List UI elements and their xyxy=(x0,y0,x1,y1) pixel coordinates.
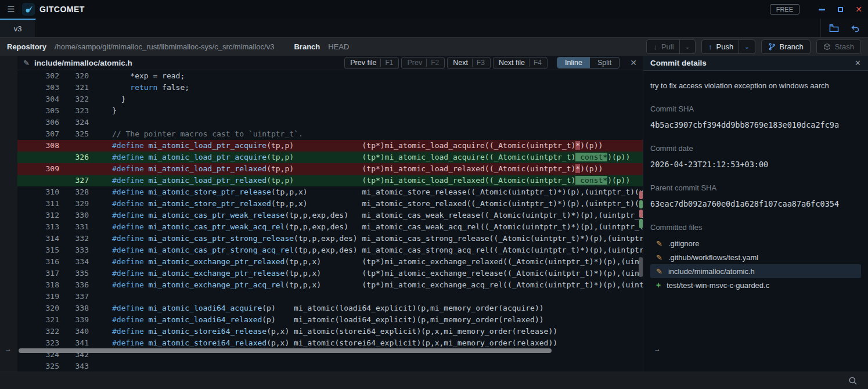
committed-file-name: .gitignore xyxy=(668,239,699,248)
diff-row: 307325// The pointer macros cast to `uin… xyxy=(17,128,643,140)
code-line: #define mi_atomic_storei64_release(p,x) … xyxy=(89,326,557,337)
new-line-number: 320 xyxy=(59,70,89,82)
diff-nav-prev-file-button[interactable]: Prev fileF1 xyxy=(344,57,399,69)
plan-badge[interactable]: FREE xyxy=(770,4,799,15)
diff-row: 323341#define mi_atomic_storei64_relaxed… xyxy=(17,337,643,349)
diff-vertical-scroll-strip[interactable] xyxy=(639,70,643,372)
code-line: return false; xyxy=(89,82,189,93)
pull-dropdown-chevron-icon[interactable]: ⌄ xyxy=(679,40,695,53)
new-line-number: 326 xyxy=(59,152,89,163)
nav-label: Next xyxy=(453,59,468,67)
old-line-number: 314 xyxy=(17,233,59,244)
code-line: #define mi_atomic_load_ptr_relaxed(tp,p)… xyxy=(89,163,603,175)
new-line-number: 330 xyxy=(59,210,89,221)
diff-nav-next-button[interactable]: NextF3 xyxy=(447,57,491,69)
new-line-number: 327 xyxy=(59,175,89,186)
old-line-number: 325 xyxy=(17,361,59,372)
pull-button[interactable]: ↓ Pull ⌄ xyxy=(646,39,696,54)
committed-file-row[interactable]: ✎.github/workflows/test.yaml xyxy=(650,250,861,264)
committed-file-row[interactable]: ✎include/mimalloc/atomic.h xyxy=(650,264,861,278)
pencil-icon: ✎ xyxy=(656,267,662,276)
diff-row: 303321 return false; xyxy=(17,82,643,93)
stash-button[interactable]: Stash xyxy=(816,39,861,54)
diff-row: 304322 } xyxy=(17,93,643,105)
nav-shortcut-key: F3 xyxy=(472,59,485,67)
new-line-number: 343 xyxy=(59,361,89,372)
close-commit-panel-icon[interactable]: ✕ xyxy=(855,59,861,67)
diff-row: 305323} xyxy=(17,105,643,117)
view-split-option[interactable]: Split xyxy=(590,57,619,68)
new-line-number: 338 xyxy=(59,302,89,314)
new-line-number: 337 xyxy=(59,291,89,302)
tab-bar: v3 xyxy=(0,19,868,37)
close-diff-icon[interactable]: ✕ xyxy=(630,58,637,67)
committed-file-row[interactable]: +test/test-win-msvc-c-guarded.c xyxy=(650,278,861,292)
diff-row: 311329#define mi_atomic_store_ptr_relaxe… xyxy=(17,198,643,210)
nav-shortcut-key: F4 xyxy=(529,59,542,67)
old-line-number: 311 xyxy=(17,198,59,210)
new-line-number: 325 xyxy=(59,128,89,140)
commit-field-label: Commit date xyxy=(650,144,861,153)
branch-value: HEAD xyxy=(328,42,349,51)
pencil-icon: ✎ xyxy=(656,239,662,248)
diff-row: 314332#define mi_atomic_cas_ptr_strong_r… xyxy=(17,233,643,244)
old-line-number: 313 xyxy=(17,221,59,233)
diff-nav-next-file-button[interactable]: Next fileF4 xyxy=(493,57,548,69)
code-line xyxy=(89,361,112,372)
branch-label: Branch xyxy=(294,42,320,51)
diff-content: 302320 *exp = read;303321 return false;3… xyxy=(17,70,643,372)
app-title: GITCOMET xyxy=(39,5,85,14)
code-line: // The pointer macros cast to `uintptr_t… xyxy=(89,128,303,140)
new-line-number: 341 xyxy=(59,337,89,349)
new-line-number: 340 xyxy=(59,326,89,337)
maximize-button[interactable] xyxy=(831,0,849,19)
diff-row: 313331#define mi_atomic_cas_ptr_weak_acq… xyxy=(17,221,643,233)
old-line-number: 322 xyxy=(17,326,59,337)
open-folder-icon[interactable] xyxy=(829,24,839,33)
code-line: #define mi_atomic_storei64_relaxed(p,x) … xyxy=(89,337,557,349)
status-bar xyxy=(0,372,868,389)
old-line-number: 303 xyxy=(17,82,59,93)
old-line-number: 323 xyxy=(17,337,59,349)
hamburger-menu-icon[interactable]: ☰ xyxy=(0,4,22,15)
tab-v3[interactable]: v3 xyxy=(0,19,36,37)
diff-row: 320338#define mi_atomic_loadi64_acquire(… xyxy=(17,302,643,314)
diff-row: 306324 xyxy=(17,117,643,128)
diff-panel: ✎ include/mimalloc/atomic.h Prev fileF1P… xyxy=(17,56,643,372)
repository-path: /home/sampo/git/mimalloc_rust/libmimallo… xyxy=(55,42,275,51)
new-line-number: 322 xyxy=(59,93,89,105)
push-dropdown-chevron-icon[interactable]: ⌄ xyxy=(739,40,754,53)
commit-field-value: 63eac7db092a760e0d1a628f107caa87a6fc0354 xyxy=(650,199,861,208)
new-line-number: 336 xyxy=(59,279,89,291)
code-line: #define mi_atomic_loadi64_acquire(p) mi_… xyxy=(89,302,544,314)
repository-label: Repository xyxy=(7,42,46,51)
nav-label: Prev xyxy=(407,59,422,67)
branch-button[interactable]: Branch xyxy=(761,39,811,54)
diff-row: 322340#define mi_atomic_storei64_release… xyxy=(17,326,643,337)
commit-field-value: 2026-04-23T21:12:53+03:00 xyxy=(650,160,861,169)
git-branch-icon xyxy=(768,43,776,51)
horizontal-scrollbar-thumb[interactable] xyxy=(19,348,552,353)
code-line: #define mi_atomic_cas_ptr_strong_release… xyxy=(89,233,643,244)
diff-row: 327#define mi_atomic_load_ptr_relaxed(tp… xyxy=(17,175,643,186)
old-line-number: 305 xyxy=(17,105,59,117)
new-line-number: 329 xyxy=(59,198,89,210)
nav-shortcut-key: F1 xyxy=(380,59,393,67)
minimize-button[interactable] xyxy=(812,0,831,19)
panel-overflow-arrow-icon: → xyxy=(654,345,661,353)
diff-row: 317335#define mi_atomic_exchange_ptr_rel… xyxy=(17,268,643,279)
view-inline-option[interactable]: Inline xyxy=(557,57,590,68)
diff-row: 326#define mi_atomic_load_ptr_acquire(tp… xyxy=(17,152,643,163)
search-icon[interactable] xyxy=(848,376,858,386)
push-button[interactable]: ↑ Push ⌄ xyxy=(701,39,755,54)
code-line: #define mi_atomic_cas_ptr_strong_acq_rel… xyxy=(89,244,643,256)
committed-file-row[interactable]: ✎.gitignore xyxy=(650,236,861,250)
old-line-number: 308 xyxy=(17,140,59,152)
code-line: #define mi_atomic_load_ptr_acquire(tp,p)… xyxy=(89,152,630,163)
code-line: #define mi_atomic_exchange_ptr_acq_rel(t… xyxy=(89,279,643,291)
vertical-scrollbar-thumb[interactable] xyxy=(639,257,643,277)
old-line-number: 317 xyxy=(17,268,59,279)
close-window-button[interactable]: ✕ xyxy=(849,0,868,19)
undo-arrow-icon[interactable] xyxy=(851,24,860,33)
diff-nav-prev-button[interactable]: PrevF2 xyxy=(401,57,445,69)
